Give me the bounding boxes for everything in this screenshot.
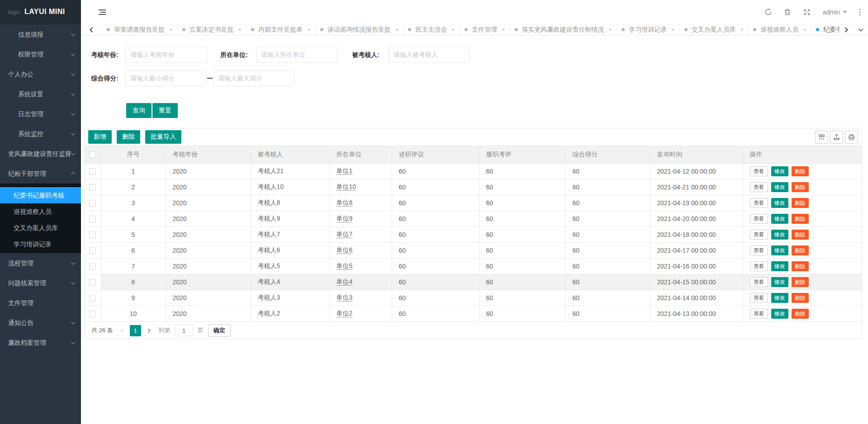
- sidebar-item[interactable]: 流程管理: [0, 253, 81, 273]
- tab-close-icon[interactable]: ×: [451, 27, 455, 33]
- delete-row-button[interactable]: 删除: [792, 214, 809, 224]
- unit-link[interactable]: 单位2: [337, 310, 353, 317]
- edit-button[interactable]: 修改: [771, 309, 788, 319]
- print-icon[interactable]: [845, 131, 858, 144]
- unit-link[interactable]: 单位8: [337, 199, 353, 206]
- export-icon[interactable]: [830, 131, 843, 144]
- tab-item[interactable]: 谈话函询情况报告呈批×: [316, 24, 404, 35]
- edit-button[interactable]: 修改: [771, 198, 788, 208]
- unit-link[interactable]: 单位9: [337, 215, 353, 222]
- tab-item[interactable]: 民主生活会×: [403, 24, 460, 35]
- delete-row-button[interactable]: 删除: [792, 245, 809, 255]
- unit-link[interactable]: 单位5: [337, 262, 353, 269]
- year-input[interactable]: [125, 47, 207, 63]
- delete-row-button[interactable]: 删除: [792, 277, 809, 287]
- prev-page-icon[interactable]: [120, 328, 123, 333]
- jump-page-input[interactable]: [175, 325, 193, 336]
- view-button[interactable]: 查看: [750, 293, 768, 303]
- sidebar-subitem[interactable]: 交叉办案人员库: [0, 220, 81, 236]
- view-button[interactable]: 查看: [750, 182, 768, 192]
- filter-columns-icon[interactable]: [815, 131, 828, 144]
- unit-input[interactable]: [256, 47, 337, 63]
- sidebar-item[interactable]: 纪检干部管理: [0, 164, 81, 184]
- select-all-checkbox[interactable]: [89, 151, 96, 158]
- sidebar-subitem[interactable]: 巡视巡察人员: [0, 203, 81, 220]
- person-input[interactable]: [389, 47, 470, 63]
- edit-button[interactable]: 修改: [771, 182, 788, 192]
- sidebar-item[interactable]: 问题线索管理: [0, 273, 81, 293]
- tab-item[interactable]: 审查调查报告呈批×: [102, 24, 178, 35]
- edit-button[interactable]: 修改: [771, 277, 788, 287]
- sidebar-item[interactable]: 系统监控: [0, 124, 81, 144]
- max-score-input[interactable]: [213, 70, 294, 86]
- row-checkbox[interactable]: [89, 263, 96, 270]
- jump-confirm-button[interactable]: 确定: [208, 324, 231, 337]
- edit-button[interactable]: 修改: [771, 293, 788, 303]
- tab-item[interactable]: 交叉办案人员库×: [680, 24, 749, 35]
- sidebar-item[interactable]: 信息填报: [0, 24, 81, 44]
- sidebar-item[interactable]: 通知公告: [0, 313, 81, 333]
- sidebar-item[interactable]: 个人办公: [0, 64, 81, 84]
- tab-item[interactable]: 内部文件呈批单×: [247, 24, 316, 35]
- sidebar-item[interactable]: 廉政档案管理: [0, 333, 81, 353]
- row-checkbox[interactable]: [89, 184, 96, 191]
- sidebar-item[interactable]: 文件管理: [0, 293, 81, 313]
- view-button[interactable]: 查看: [750, 277, 768, 287]
- row-checkbox[interactable]: [89, 311, 96, 317]
- more-options-icon[interactable]: [859, 9, 861, 16]
- tab-item[interactable]: 巡视巡察人员×: [749, 24, 811, 35]
- edit-button[interactable]: 修改: [771, 166, 788, 176]
- edit-button[interactable]: 修改: [771, 245, 788, 255]
- tabs-scroll-right-icon[interactable]: [839, 24, 854, 35]
- tab-close-icon[interactable]: ×: [740, 27, 744, 33]
- sidebar-item[interactable]: 党风廉政建设责任监督: [0, 144, 81, 164]
- view-button[interactable]: 查看: [750, 245, 768, 255]
- tab-close-icon[interactable]: ×: [609, 27, 612, 33]
- edit-button[interactable]: 修改: [771, 214, 788, 224]
- current-page-button[interactable]: 1: [130, 325, 141, 336]
- delete-row-button[interactable]: 删除: [792, 309, 809, 319]
- tab-close-icon[interactable]: ×: [395, 27, 399, 33]
- batch-import-button[interactable]: 批量导入: [145, 130, 181, 144]
- min-score-input[interactable]: [125, 70, 207, 86]
- sidebar-item[interactable]: 系统设置: [0, 84, 81, 104]
- row-checkbox[interactable]: [89, 295, 96, 302]
- row-checkbox[interactable]: [89, 231, 96, 238]
- view-button[interactable]: 查看: [750, 198, 768, 208]
- sidebar-item[interactable]: 权限管理: [0, 44, 81, 64]
- refresh-icon[interactable]: [764, 8, 772, 16]
- tab-item[interactable]: 学习培训记录×: [617, 24, 680, 35]
- row-checkbox[interactable]: [89, 168, 96, 175]
- row-checkbox[interactable]: [89, 216, 96, 222]
- user-menu[interactable]: admin: [823, 9, 847, 16]
- sidebar-item[interactable]: 日志管理: [0, 104, 81, 124]
- row-checkbox[interactable]: [89, 200, 96, 207]
- sidebar-subitem[interactable]: 纪委书记履职考核: [0, 187, 81, 203]
- tab-close-icon[interactable]: ×: [169, 27, 173, 33]
- row-checkbox[interactable]: [89, 247, 96, 254]
- tab-close-icon[interactable]: ×: [307, 27, 311, 33]
- edit-button[interactable]: 修改: [771, 261, 788, 271]
- sidebar-subitem[interactable]: 学习培训记录: [0, 236, 81, 252]
- delete-row-button[interactable]: 删除: [792, 261, 809, 271]
- view-button[interactable]: 查看: [750, 166, 768, 176]
- tabs-dropdown-icon[interactable]: [854, 24, 868, 35]
- unit-link[interactable]: 单位10: [337, 183, 356, 190]
- tab-item[interactable]: 立案决定书呈批×: [178, 24, 247, 35]
- tab-close-icon[interactable]: ×: [238, 27, 242, 33]
- search-button[interactable]: 查询: [126, 103, 152, 118]
- add-button[interactable]: 新增: [88, 130, 112, 144]
- reset-button[interactable]: 重置: [152, 103, 178, 118]
- tabs-scroll-left-icon[interactable]: [81, 24, 102, 35]
- next-page-icon[interactable]: [147, 328, 151, 333]
- delete-row-button[interactable]: 删除: [792, 166, 809, 176]
- view-button[interactable]: 查看: [750, 309, 768, 319]
- view-button[interactable]: 查看: [750, 214, 768, 224]
- unit-link[interactable]: 单位6: [337, 246, 353, 254]
- delete-row-button[interactable]: 删除: [792, 230, 809, 240]
- delete-row-button[interactable]: 删除: [792, 198, 809, 208]
- unit-link[interactable]: 单位3: [337, 294, 353, 301]
- tab-close-icon[interactable]: ×: [671, 27, 675, 33]
- row-checkbox[interactable]: [89, 279, 96, 286]
- delete-row-button[interactable]: 删除: [792, 293, 809, 303]
